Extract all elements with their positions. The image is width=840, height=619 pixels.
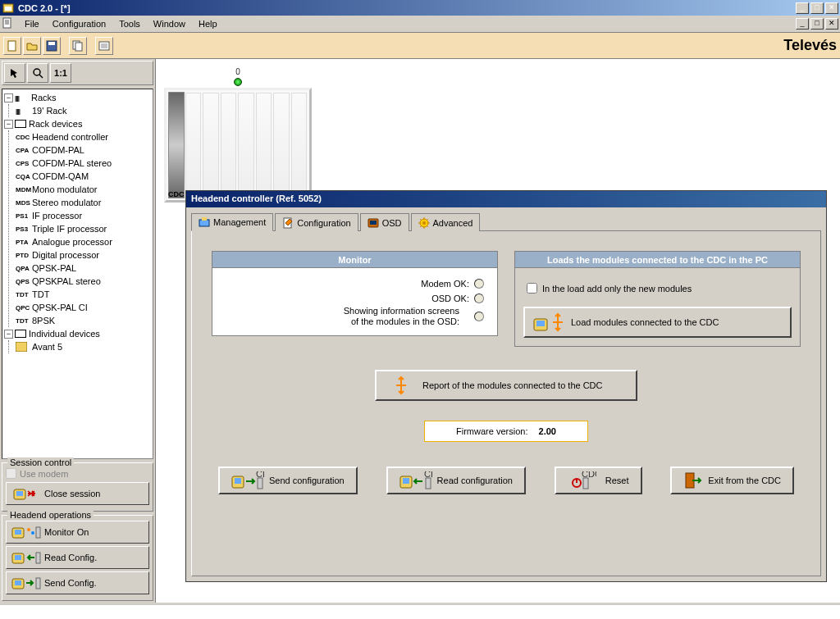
close-session-button[interactable]: Close session bbox=[6, 482, 149, 505]
menu-tools[interactable]: Tools bbox=[112, 17, 147, 30]
menu-window[interactable]: Window bbox=[147, 17, 192, 30]
rack-module-cdc[interactable] bbox=[168, 92, 185, 198]
tree-label: QPSK-PAL CI bbox=[32, 303, 88, 312]
mdi-close-button[interactable]: ✕ bbox=[825, 18, 838, 30]
collapse-icon[interactable]: − bbox=[4, 93, 13, 102]
load-modules-button[interactable]: Load modules connected to the CDC bbox=[523, 307, 792, 338]
tree-device-item[interactable]: CPSCOFDM-PAL stereo bbox=[16, 157, 151, 170]
svg-rect-12 bbox=[16, 491, 23, 496]
rack-slot-empty[interactable] bbox=[203, 93, 218, 198]
reset-button[interactable]: CDC Reset bbox=[555, 467, 642, 494]
save-button[interactable] bbox=[43, 37, 61, 55]
close-button[interactable]: ✕ bbox=[825, 2, 838, 14]
tree-device-item[interactable]: MDSStereo modulator bbox=[16, 196, 151, 209]
minimize-button[interactable]: _ bbox=[796, 2, 809, 14]
collapse-icon[interactable]: − bbox=[4, 120, 13, 129]
tab-content-management: Monitor Modem OK: OSD OK: Showing i bbox=[191, 231, 821, 576]
management-icon bbox=[199, 216, 210, 228]
send-config-button[interactable]: Send Config. bbox=[6, 571, 149, 594]
reset-icon: CDC bbox=[568, 470, 600, 491]
tab-configuration[interactable]: Configuration bbox=[275, 213, 358, 231]
report-modules-button[interactable]: Report of the modules connected to the C… bbox=[375, 370, 637, 401]
device-code-icon: MDS bbox=[16, 199, 32, 207]
send-config-icon: CDC bbox=[231, 470, 264, 491]
tree-device-item[interactable]: PS1IF processor bbox=[16, 209, 151, 222]
device-tree[interactable]: − Racks 19' Rack − Rack devices CDCHeade… bbox=[2, 89, 153, 459]
read-config-button[interactable]: Read Config. bbox=[6, 546, 149, 569]
collapse-icon[interactable]: − bbox=[4, 330, 13, 339]
mdi-maximize-button[interactable]: □ bbox=[810, 18, 824, 30]
tab-advanced[interactable]: Advanced bbox=[411, 213, 481, 231]
statusbar bbox=[0, 604, 840, 619]
rack-slot-empty[interactable] bbox=[291, 93, 307, 198]
tree-individual[interactable]: − Individual devices bbox=[4, 327, 151, 340]
tree-label: Triple IF processor bbox=[32, 224, 107, 234]
tree-avant[interactable]: Avant 5 bbox=[16, 340, 151, 353]
zoom-tool[interactable] bbox=[27, 63, 48, 83]
rack-slot-empty[interactable] bbox=[256, 93, 272, 198]
open-button[interactable] bbox=[23, 37, 41, 55]
maximize-button[interactable]: □ bbox=[810, 2, 824, 14]
modem-status-row: Modem OK: bbox=[221, 276, 489, 291]
svg-rect-34 bbox=[235, 478, 241, 484]
tree-rack-devices[interactable]: − Rack devices bbox=[4, 117, 151, 130]
tree-device-item[interactable]: QPCQPSK-PAL CI bbox=[16, 301, 151, 314]
window-buttons-outer: _ □ ✕ bbox=[796, 2, 838, 14]
tree-device-item[interactable]: PS3Triple IF processor bbox=[16, 222, 151, 235]
tab-osd[interactable]: OSD bbox=[360, 213, 409, 231]
pointer-tool[interactable] bbox=[4, 63, 25, 83]
fit-tool[interactable]: 1:1 bbox=[50, 63, 71, 83]
tree-label: COFDM-PAL bbox=[32, 145, 84, 155]
mdi-minimize-button[interactable]: _ bbox=[796, 18, 809, 30]
device-group-icon bbox=[15, 330, 26, 338]
tree-device-item[interactable]: CPACOFDM-PAL bbox=[16, 143, 151, 157]
device-code-icon: CPS bbox=[16, 160, 32, 167]
menu-configuration[interactable]: Configuration bbox=[46, 17, 112, 30]
advanced-icon bbox=[418, 217, 430, 229]
tree-device-item[interactable]: PTDDigital processor bbox=[16, 248, 151, 262]
device-code-icon: QPA bbox=[16, 265, 32, 272]
rack-tag: CDC bbox=[168, 190, 185, 198]
send-configuration-button[interactable]: CDC Send configuration bbox=[218, 467, 358, 494]
tree-device-item[interactable]: QPAQPSK-PAL bbox=[16, 262, 151, 275]
tree-device-item[interactable]: TDTTDT bbox=[16, 288, 151, 301]
window-title: CDC 2.0 - [*] bbox=[18, 3, 796, 13]
left-toolbar: 1:1 bbox=[2, 61, 153, 85]
tree-device-item[interactable]: PTAAnalogue processor bbox=[16, 235, 151, 248]
tab-management[interactable]: Management bbox=[191, 213, 273, 231]
copy-button[interactable] bbox=[69, 37, 87, 55]
load-add-only-new-checkbox[interactable]: In the load add only the new modules bbox=[527, 283, 788, 294]
svg-rect-40 bbox=[426, 478, 431, 489]
load-add-only-new-input[interactable] bbox=[527, 283, 537, 294]
menu-help[interactable]: Help bbox=[192, 17, 224, 30]
rack-slot-empty[interactable] bbox=[273, 93, 289, 198]
close-session-icon bbox=[11, 485, 41, 502]
tree-device-item[interactable]: CQACOFDM-QAM bbox=[16, 170, 151, 183]
read-configuration-button[interactable]: CDC Read configuration bbox=[386, 467, 526, 494]
use-modem-checkbox: Use modem bbox=[6, 468, 149, 479]
load-modules-icon bbox=[533, 312, 566, 333]
tree-label: Rack devices bbox=[29, 119, 82, 129]
tree-device-item[interactable]: CDCHeadend controller bbox=[16, 130, 151, 143]
exit-cdc-button[interactable]: Exit from the CDC bbox=[670, 467, 794, 494]
tabstrip: Management Configuration OSD Advanced bbox=[191, 212, 821, 231]
exit-icon bbox=[683, 470, 703, 491]
menu-file[interactable]: File bbox=[18, 17, 46, 30]
tree-device-item[interactable]: TDT8PSK bbox=[16, 314, 151, 327]
rack-body[interactable]: CDC bbox=[164, 88, 312, 203]
tree-racks[interactable]: − Racks bbox=[4, 91, 151, 104]
rack-slot-empty[interactable] bbox=[185, 93, 201, 198]
brand-logo: Televés bbox=[783, 37, 837, 54]
tree-rack-19[interactable]: 19' Rack bbox=[16, 104, 151, 117]
avant-icon bbox=[16, 342, 32, 352]
device-code-icon: PS1 bbox=[16, 212, 32, 220]
rack-slot-empty[interactable] bbox=[221, 93, 236, 198]
properties-button[interactable] bbox=[95, 37, 113, 55]
monitor-on-button[interactable]: Monitor On bbox=[6, 521, 149, 544]
tree-label: Headend controller bbox=[32, 132, 108, 142]
new-button[interactable] bbox=[3, 37, 21, 55]
tree-device-item[interactable]: MDMMono modulator bbox=[16, 183, 151, 196]
monitor-icon bbox=[11, 524, 41, 540]
rack-slot-empty[interactable] bbox=[238, 93, 253, 198]
tree-device-item[interactable]: QPSQPSKPAL stereo bbox=[16, 275, 151, 288]
